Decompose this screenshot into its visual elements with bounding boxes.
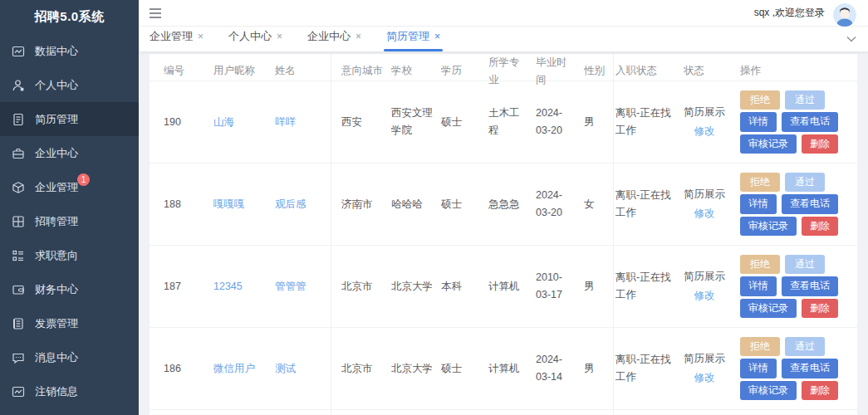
tab-label: 简历管理 — [386, 29, 429, 44]
status-text: 简历展示 — [684, 188, 725, 200]
pass-button[interactable]: 通过 — [785, 255, 825, 274]
column-header: 毕业时间 — [536, 54, 584, 88]
sidebar-item-enterprise-management[interactable]: 企业管理 1 — [0, 170, 139, 204]
sidebar-item-data-center[interactable]: 数据中心 — [0, 34, 139, 68]
audit-record-button[interactable]: 审核记录 — [740, 299, 797, 318]
cell-name-link[interactable]: 管管管 — [275, 278, 341, 295]
cell-gender: 男 — [584, 114, 615, 131]
sidebar: 招聘5.0系统 数据中心 个人中心 简历管理 企业中心 企业管理 1 招聘管理 … — [0, 0, 139, 415]
app-window: 招聘5.0系统 数据中心 个人中心 简历管理 企业中心 企业管理 1 招聘管理 … — [0, 0, 868, 415]
tab-企业中心[interactable]: 企业中心 × — [306, 29, 362, 51]
sidebar-item-resume-management[interactable]: 简历管理 — [0, 102, 139, 136]
user-area: sqx ,欢迎您登录 — [754, 2, 856, 25]
table-row: 186 微信用户 测试 北京市 北京大学 硕士 计算机 2024-03-14 男… — [150, 328, 857, 410]
cell-job-status: 离职-正在找工作 — [615, 187, 684, 221]
cell-degree: 硕士 — [441, 114, 488, 131]
main-area: sqx ,欢迎您登录 企业管理 × 个人中心 × 企业中心 × 简 — [139, 0, 868, 415]
tabs-container: 企业管理 × 个人中心 × 企业中心 × 简历管理 × — [149, 29, 464, 51]
detail-button[interactable]: 详情 — [740, 276, 777, 295]
sidebar-item-recruitment-management[interactable]: 招聘管理 — [0, 204, 139, 238]
delete-button[interactable]: 删除 — [802, 134, 838, 154]
detail-button[interactable]: 详情 — [740, 112, 777, 131]
cell-job-status: 离职-正在找工作 — [615, 351, 684, 385]
sidebar-item-label: 简历管理 — [35, 112, 78, 127]
detail-button[interactable]: 详情 — [740, 359, 777, 378]
reject-button[interactable]: 拒绝 — [740, 90, 780, 110]
column-header: 姓名 — [275, 62, 341, 80]
reject-button[interactable]: 拒绝 — [740, 337, 780, 356]
app-title: 招聘5.0系统 — [0, 2, 139, 31]
status-modify-link[interactable]: 修改 — [694, 369, 715, 387]
top-header: sqx ,欢迎您登录 — [139, 0, 868, 27]
cell-school: 西安文理学院 — [391, 105, 441, 139]
cell-city: 北京市 — [341, 278, 391, 295]
view-phone-button[interactable]: 查看电话 — [782, 359, 838, 378]
cell-nickname-link[interactable]: 嘎嘎嘎 — [213, 196, 275, 213]
cell-major: 计算机 — [488, 278, 536, 295]
invoice-icon — [12, 317, 25, 330]
cell-degree: 硕士 — [441, 196, 488, 213]
sidebar-item-enterprise-center[interactable]: 企业中心 — [0, 136, 139, 170]
view-phone-button[interactable]: 查看电话 — [782, 276, 838, 295]
cell-id: 186 — [164, 360, 213, 378]
cell-status: 简历展示 修改 — [684, 350, 740, 386]
status-modify-link[interactable]: 修改 — [694, 287, 715, 305]
status-modify-link[interactable]: 修改 — [694, 123, 715, 140]
cell-city: 济南市 — [341, 196, 391, 213]
cell-job-status: 离职-正在找工作 — [615, 269, 684, 303]
sidebar-item-invoice-management[interactable]: 发票管理 — [0, 306, 139, 340]
cell-actions: 拒绝 通过 详情 查看电话 审核记录 删除 — [740, 334, 857, 403]
tab-close-icon[interactable]: × — [356, 32, 361, 42]
view-phone-button[interactable]: 查看电话 — [782, 112, 838, 131]
tab-个人中心[interactable]: 个人中心 × — [228, 29, 283, 51]
delete-button[interactable]: 删除 — [802, 217, 838, 236]
cell-nickname-link[interactable]: 12345 — [213, 278, 275, 295]
delete-button[interactable]: 删除 — [802, 381, 838, 400]
chevron-down-icon[interactable] — [841, 30, 862, 48]
status-modify-link[interactable]: 修改 — [694, 205, 715, 222]
cell-nickname-link[interactable]: 微信用户 — [213, 360, 275, 378]
sidebar-item-personal-center[interactable]: 个人中心 — [0, 68, 139, 102]
resume-table-panel: 编号用户昵称姓名意向城市学校学历所学专业毕业时间性别入职状态状态操作 190 山… — [150, 54, 857, 415]
tab-简历管理[interactable]: 简历管理 × — [385, 29, 441, 51]
cell-nickname-link[interactable]: 山海 — [213, 114, 275, 131]
cell-grad-date: 2024-03-14 — [536, 351, 584, 385]
column-header: 操作 — [740, 62, 857, 80]
sidebar-item-finance-center[interactable]: 财务中心 — [0, 272, 139, 306]
detail-button[interactable]: 详情 — [740, 194, 777, 213]
hamburger-menu-icon[interactable] — [149, 7, 162, 19]
status-text: 简历展示 — [684, 353, 725, 364]
tab-label: 个人中心 — [228, 29, 272, 44]
status-text: 简历展示 — [684, 106, 725, 118]
tab-close-icon[interactable]: × — [434, 32, 440, 42]
sidebar-item-job-intention[interactable]: 求职意向 — [0, 238, 139, 272]
reject-button[interactable]: 拒绝 — [740, 255, 780, 274]
audit-record-button[interactable]: 审核记录 — [740, 134, 797, 154]
pass-button[interactable]: 通过 — [785, 173, 825, 192]
sidebar-item-label: 发票管理 — [35, 316, 78, 331]
cell-name-link[interactable]: 观后感 — [275, 196, 341, 213]
reject-button[interactable]: 拒绝 — [740, 173, 780, 192]
tab-label: 企业管理 — [150, 29, 193, 44]
sidebar-item-label: 招聘管理 — [35, 214, 78, 229]
cell-major: 土木工程 — [488, 105, 536, 139]
cell-gender: 女 — [584, 196, 615, 213]
tab-close-icon[interactable]: × — [198, 32, 204, 42]
sidebar-item-logout-info[interactable]: 注销信息 — [0, 374, 139, 408]
cell-name-link[interactable]: 咩咩 — [275, 114, 341, 131]
tab-close-icon[interactable]: × — [277, 32, 282, 42]
audit-record-button[interactable]: 审核记录 — [740, 381, 797, 400]
cell-name-link[interactable]: 测试 — [275, 360, 341, 378]
sidebar-item-message-center[interactable]: 消息中心 — [0, 340, 139, 374]
user-avatar[interactable] — [833, 3, 856, 27]
pass-button[interactable]: 通过 — [785, 90, 825, 110]
tab-企业管理[interactable]: 企业管理 × — [149, 29, 204, 51]
sidebar-item-label: 注销信息 — [35, 384, 78, 399]
view-phone-button[interactable]: 查看电话 — [782, 194, 838, 213]
delete-button[interactable]: 删除 — [802, 299, 838, 318]
sidebar-item-label: 财务中心 — [35, 282, 78, 297]
audit-record-button[interactable]: 审核记录 — [740, 217, 797, 236]
welcome-text: sqx ,欢迎您登录 — [754, 6, 825, 20]
pass-button[interactable]: 通过 — [785, 337, 825, 356]
tab-label: 企业中心 — [307, 29, 351, 44]
